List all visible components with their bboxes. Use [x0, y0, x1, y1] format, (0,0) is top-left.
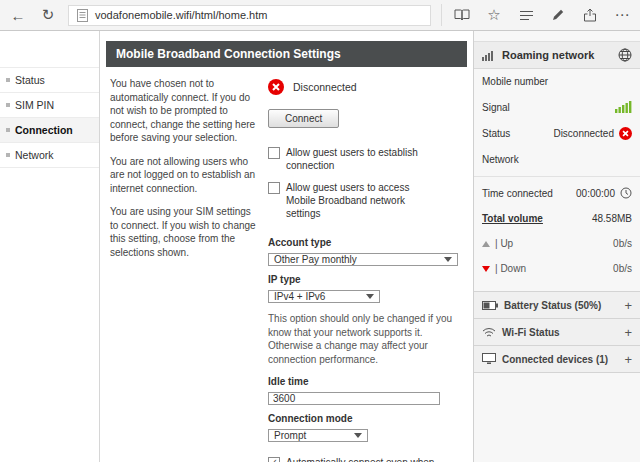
- idle-time-label: Idle time: [268, 376, 463, 387]
- sidebar-item-sim-pin[interactable]: SIM PIN: [0, 93, 99, 118]
- mobile-number-label: Mobile number: [482, 76, 548, 87]
- roaming-network-header: Roaming network: [474, 41, 640, 69]
- chevron-down-icon: [366, 294, 374, 299]
- toolbar-actions: ☆ ⋯: [441, 4, 632, 26]
- accordion-group: Battery Status (50%) + Wi-Fi Status + Co…: [474, 291, 640, 373]
- traffic-stats: Time connected 00:00:00 Total volume 48.…: [474, 176, 640, 281]
- ip-type-label: IP type: [268, 274, 463, 285]
- download-rate-row: | Down 0b/s: [474, 256, 640, 281]
- description-paragraph: You are not allowing users who are not l…: [110, 155, 256, 196]
- status-sidebar: Roaming network Mobile number Signal Sta…: [474, 31, 640, 462]
- roaming-network-title: Roaming network: [502, 49, 594, 61]
- status-value: Disconnected: [553, 128, 614, 139]
- description-paragraph: You have chosen not to automatically con…: [110, 77, 256, 145]
- reading-view-icon[interactable]: [452, 5, 472, 25]
- hub-icon[interactable]: [516, 5, 536, 25]
- guest-connection-checkbox[interactable]: [268, 147, 280, 159]
- total-volume-row: Total volume 48.58MB: [474, 206, 640, 231]
- clock-icon: [620, 187, 632, 199]
- wifi-status-accordion[interactable]: Wi-Fi Status +: [474, 318, 640, 345]
- sidebar-item-status[interactable]: Status: [0, 67, 99, 93]
- time-connected-label: Time connected: [482, 188, 553, 199]
- more-icon[interactable]: ⋯: [612, 5, 632, 25]
- signal-label: Signal: [482, 102, 510, 113]
- connect-button[interactable]: Connect: [268, 109, 339, 128]
- battery-status-label: Battery Status (50%): [504, 300, 601, 311]
- upload-rate-row: | Up 0b/s: [474, 231, 640, 256]
- expand-plus-icon: +: [624, 298, 632, 313]
- sidebar-item-connection[interactable]: Connection: [0, 118, 99, 143]
- connection-mode-value: Prompt: [274, 430, 306, 441]
- ip-type-select[interactable]: IPv4 + IPv6: [268, 290, 380, 303]
- mobile-number-row: Mobile number: [474, 69, 640, 94]
- total-volume-value: 48.58MB: [592, 213, 632, 224]
- connection-mode-select[interactable]: Prompt: [268, 429, 368, 442]
- globe-icon[interactable]: [618, 48, 632, 62]
- account-type-value: Other Pay monthly: [274, 254, 357, 265]
- download-value: 0b/s: [613, 263, 632, 274]
- connection-mode-label: Connection mode: [268, 413, 463, 424]
- guest-access-checkbox-row: Allow guest users to access Mobile Broad…: [268, 181, 438, 220]
- signal-bars-icon: [482, 50, 496, 61]
- connection-form: Disconnected Connect Allow guest users t…: [268, 77, 463, 452]
- description-column: You have chosen not to automatically con…: [110, 77, 256, 452]
- back-icon[interactable]: ←: [8, 5, 28, 25]
- download-label: | Down: [495, 263, 526, 274]
- ip-type-value: IPv4 + IPv6: [274, 291, 325, 302]
- chevron-down-icon: [354, 433, 362, 438]
- network-label: Network: [482, 154, 519, 165]
- signal-row: Signal: [474, 94, 640, 120]
- disconnected-icon: [619, 127, 632, 140]
- ip-type-note: This option should only be changed if yo…: [268, 312, 463, 366]
- page-icon: [77, 9, 88, 22]
- page-content: Status SIM PIN Connection Network Mobile…: [0, 31, 640, 462]
- description-paragraph: You are using your SIM settings to conne…: [110, 205, 256, 259]
- browser-toolbar: ← ↻ vodafonemobile.wifi/html/home.htm ☆ …: [0, 0, 640, 31]
- web-notes-pen-icon[interactable]: [548, 5, 568, 25]
- main-panel: Mobile Broadband Connection Settings You…: [100, 31, 474, 462]
- wifi-status-label: Wi-Fi Status: [502, 327, 560, 338]
- share-icon[interactable]: [580, 5, 600, 25]
- battery-status-accordion[interactable]: Battery Status (50%) +: [474, 291, 640, 318]
- upload-arrow-icon: [482, 241, 490, 247]
- battery-icon: [482, 301, 498, 310]
- roaming-label: Automatically connect even when roaming: [286, 456, 463, 462]
- wifi-icon: [482, 327, 496, 338]
- idle-time-input[interactable]: [268, 392, 440, 405]
- connected-devices-accordion[interactable]: Connected devices (1) +: [474, 345, 640, 373]
- disconnected-icon: [268, 79, 284, 95]
- guest-connection-checkbox-row: Allow guest users to establish connectio…: [268, 146, 463, 172]
- connected-devices-label: Connected devices (1): [502, 354, 608, 365]
- status-label: Status: [482, 128, 510, 139]
- guest-connection-label: Allow guest users to establish connectio…: [286, 146, 463, 172]
- expand-plus-icon: +: [624, 352, 632, 367]
- download-arrow-icon: [482, 266, 490, 272]
- chevron-down-icon: [444, 257, 452, 262]
- address-bar[interactable]: vodafonemobile.wifi/html/home.htm: [68, 5, 431, 26]
- page-title: Mobile Broadband Connection Settings: [106, 41, 467, 67]
- upload-value: 0b/s: [613, 238, 632, 249]
- account-type-label: Account type: [268, 237, 463, 248]
- time-connected-value: 00:00:00: [576, 188, 615, 199]
- connection-status-row: Disconnected: [268, 79, 463, 95]
- roaming-checkbox-row: ✓ Automatically connect even when roamin…: [268, 456, 463, 462]
- network-row: Network: [474, 147, 640, 172]
- guest-access-label: Allow guest users to access Mobile Broad…: [286, 181, 438, 220]
- signal-strength-icon: [615, 101, 632, 113]
- status-row: Status Disconnected: [474, 120, 640, 147]
- refresh-icon[interactable]: ↻: [38, 5, 58, 25]
- expand-plus-icon: +: [624, 325, 632, 340]
- time-connected-row: Time connected 00:00:00: [474, 180, 640, 206]
- devices-icon: [482, 353, 496, 365]
- favorites-star-icon[interactable]: ☆: [484, 5, 504, 25]
- total-volume-link[interactable]: Total volume: [482, 213, 543, 224]
- guest-access-checkbox[interactable]: [268, 182, 280, 194]
- connection-status-text: Disconnected: [293, 81, 357, 93]
- roaming-checkbox[interactable]: ✓: [268, 457, 280, 462]
- sidebar-item-network[interactable]: Network: [0, 143, 99, 168]
- account-type-select[interactable]: Other Pay monthly: [268, 253, 458, 266]
- url-text: vodafonemobile.wifi/html/home.htm: [95, 9, 267, 21]
- left-nav: Status SIM PIN Connection Network: [0, 31, 100, 462]
- upload-label: | Up: [495, 238, 513, 249]
